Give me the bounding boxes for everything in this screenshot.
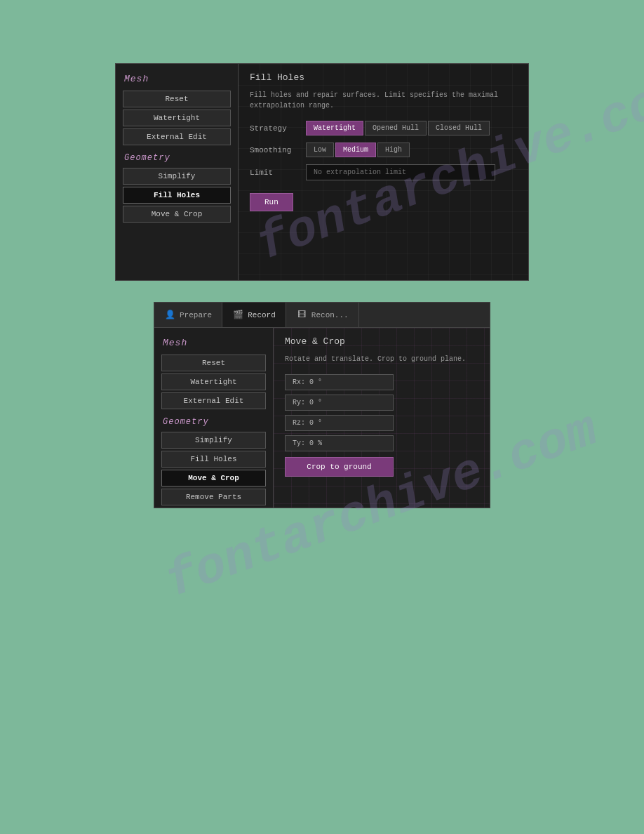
strategy-watertight[interactable]: Watertight [306, 121, 363, 135]
sidebar2-btn-fill-holes[interactable]: Fill Holes [161, 451, 266, 468]
mesh-title-2: Mesh [154, 333, 273, 352]
sidebar2-btn-move-crop[interactable]: Move & Crop [161, 470, 266, 486]
sidebar-btn-external-edit-1[interactable]: External Edit [123, 128, 231, 145]
recon-icon: 🎞 [296, 310, 307, 321]
sidebar-btn-reset-1[interactable]: Reset [123, 91, 231, 107]
sidebar-panel2: Mesh Reset Watertight External Edit Geom… [154, 328, 274, 508]
limit-label: Limit [250, 168, 306, 177]
smoothing-btn-group: Low Medium High [306, 143, 410, 157]
run-button[interactable]: Run [250, 193, 293, 211]
strategy-opened-hull[interactable]: Opened Hull [365, 121, 427, 135]
panel2-title: Move & Crop [285, 336, 478, 347]
sidebar2-btn-external-edit[interactable]: External Edit [161, 392, 266, 409]
limit-row: Limit [250, 164, 517, 180]
strategy-row: Strategy Watertight Opened Hull Closed H… [250, 121, 517, 135]
panel1-title: Fill Holes [250, 72, 517, 83]
sidebar2-btn-remove-parts[interactable]: Remove Parts [161, 489, 266, 505]
strategy-btn-group: Watertight Opened Hull Closed Hull [306, 121, 490, 135]
main-content-panel1: Fill Holes Fill holes and repair surface… [239, 64, 528, 280]
tab-recon-label: Recon... [311, 311, 349, 319]
smoothing-medium[interactable]: Medium [335, 143, 376, 157]
strategy-closed-hull[interactable]: Closed Hull [428, 121, 490, 135]
smoothing-high[interactable]: High [377, 143, 410, 157]
sidebar-btn-move-crop-1[interactable]: Move & Crop [123, 206, 231, 223]
tab-record[interactable]: 🎬 Record [222, 303, 286, 327]
sidebar-btn-simplify-1[interactable]: Simplify [123, 168, 231, 185]
sidebar-btn-fill-holes-1[interactable]: Fill Holes [123, 187, 231, 204]
panel2-description: Rotate and translate. Crop to ground pla… [285, 354, 478, 364]
rx-input[interactable] [285, 374, 394, 390]
crop-to-ground-button[interactable]: Crop to ground [285, 457, 394, 477]
strategy-label: Strategy [250, 124, 306, 133]
page-container: fontarchive.com fontarchive.com Mesh Res… [0, 0, 644, 834]
smoothing-row: Smoothing Low Medium High [250, 143, 517, 157]
main-content-panel2: Move & Crop Rotate and translate. Crop t… [274, 328, 490, 508]
tab-prepare-label: Prepare [180, 311, 212, 319]
record-icon: 🎬 [232, 310, 243, 321]
tab-recon[interactable]: 🎞 Recon... [286, 303, 359, 327]
smoothing-label: Smoothing [250, 146, 306, 154]
tab-bar: 👤 Prepare 🎬 Record 🎞 Recon... [154, 303, 490, 328]
ry-input[interactable] [285, 395, 394, 411]
panel2-body: Mesh Reset Watertight External Edit Geom… [154, 328, 490, 508]
sidebar-btn-watertight-1[interactable]: Watertight [123, 110, 231, 126]
fill-holes-panel: Mesh Reset Watertight External Edit Geom… [115, 63, 529, 281]
sidebar-panel1: Mesh Reset Watertight External Edit Geom… [116, 64, 239, 280]
geometry-title-1: Geometry [116, 147, 238, 166]
rz-input[interactable] [285, 415, 394, 431]
sidebar2-btn-simplify[interactable]: Simplify [161, 432, 266, 449]
mesh-title-1: Mesh [116, 70, 238, 88]
geometry-title-2: Geometry [154, 411, 273, 430]
move-crop-panel: 👤 Prepare 🎬 Record 🎞 Recon... Mesh Reset… [154, 302, 490, 508]
tab-record-label: Record [248, 311, 276, 319]
ty-input[interactable] [285, 435, 394, 451]
tab-prepare[interactable]: 👤 Prepare [154, 303, 222, 327]
sidebar2-btn-watertight[interactable]: Watertight [161, 373, 266, 390]
sidebar2-btn-reset[interactable]: Reset [161, 355, 266, 371]
smoothing-low[interactable]: Low [306, 143, 334, 157]
prepare-icon: 👤 [164, 310, 175, 321]
panel1-description: Fill holes and repair surfaces. Limit sp… [250, 90, 517, 111]
limit-input[interactable] [306, 164, 495, 180]
